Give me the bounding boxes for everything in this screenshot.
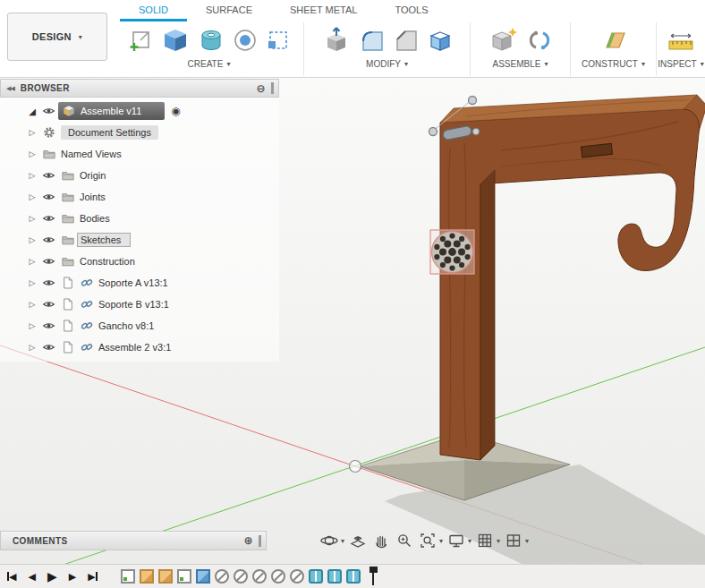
- step-forward-button[interactable]: ▶: [69, 572, 76, 582]
- pan-button[interactable]: [370, 532, 392, 550]
- browser-item-bodies[interactable]: Bodies: [77, 213, 110, 224]
- hole-feature[interactable]: [271, 569, 285, 584]
- origin-indicator[interactable]: [350, 461, 361, 473]
- caret-down-icon[interactable]: ▾: [439, 537, 443, 545]
- browser-item-gancho[interactable]: Gancho v8:1: [96, 320, 154, 331]
- 3d-viewport[interactable]: ◀◀ BROWSER ⊖ ◢ Assemble v11 ◉ ▷ Document…: [0, 77, 705, 564]
- caret-down-icon[interactable]: ▾: [497, 537, 500, 545]
- browser-item-joints[interactable]: Joints: [77, 192, 106, 202]
- add-comment-icon[interactable]: ⊕: [244, 535, 253, 546]
- browser-item-sketches[interactable]: Sketches: [77, 233, 131, 247]
- tab-tools[interactable]: TOOLS: [376, 0, 446, 21]
- component-feature[interactable]: [140, 569, 154, 584]
- joint-button[interactable]: [526, 27, 553, 54]
- visibility-eye-icon[interactable]: [39, 214, 58, 223]
- modify-menu[interactable]: MODIFY ▾: [366, 59, 408, 69]
- create-menu[interactable]: CREATE ▾: [188, 59, 231, 69]
- expand-icon[interactable]: ▷: [25, 278, 39, 287]
- visibility-eye-icon[interactable]: [39, 235, 58, 244]
- orbit-button[interactable]: [319, 532, 340, 550]
- browser-item-construction[interactable]: Construction: [77, 256, 135, 267]
- zoom-button[interactable]: [394, 532, 415, 550]
- visibility-eye-icon[interactable]: [39, 171, 58, 180]
- expand-icon[interactable]: ▷: [25, 300, 39, 309]
- expand-icon[interactable]: ▷: [25, 149, 39, 158]
- new-component-button[interactable]: [488, 25, 519, 55]
- activate-component-radio[interactable]: ◉: [171, 105, 180, 117]
- expand-icon[interactable]: ▷: [25, 257, 39, 266]
- perforated-plate[interactable]: [430, 230, 474, 274]
- hole-feature[interactable]: [252, 569, 267, 584]
- browser-item-assemble-2[interactable]: Assemble 2 v3:1: [96, 342, 171, 353]
- expand-icon[interactable]: ▷: [25, 192, 39, 201]
- construction-plane-button[interactable]: [600, 27, 627, 54]
- hole-feature[interactable]: [290, 569, 304, 584]
- viewports-button[interactable]: [503, 532, 524, 550]
- play-button[interactable]: ▶: [47, 570, 57, 583]
- browser-item-soporte-a[interactable]: Soporte A v13:1: [96, 277, 168, 288]
- shell-button[interactable]: [427, 27, 454, 54]
- extrude-feature[interactable]: [196, 569, 210, 584]
- extrude-button[interactable]: [160, 25, 191, 55]
- collapse-panel-icon[interactable]: ◀◀: [6, 85, 14, 92]
- expand-icon[interactable]: ▷: [25, 171, 39, 180]
- comments-panel[interactable]: COMMENTS ⊕: [0, 531, 267, 550]
- visibility-eye-icon[interactable]: [39, 257, 58, 266]
- component-feature[interactable]: [158, 569, 173, 584]
- fit-button[interactable]: [417, 532, 438, 550]
- browser-item-document-settings[interactable]: Document Settings: [61, 125, 158, 140]
- joint-feature[interactable]: [309, 569, 323, 584]
- expand-icon[interactable]: ▷: [25, 128, 39, 137]
- browser-item-named-views[interactable]: Named Views: [58, 149, 122, 159]
- collapse-section-icon[interactable]: ⊖: [257, 83, 266, 94]
- revolve-button[interactable]: [198, 27, 225, 54]
- visibility-eye-icon[interactable]: [39, 192, 58, 201]
- visibility-eye-icon[interactable]: [39, 343, 58, 352]
- browser-item-origin[interactable]: Origin: [77, 170, 106, 181]
- grid-layout-button[interactable]: [474, 532, 496, 550]
- visibility-eye-icon[interactable]: [39, 321, 58, 330]
- step-back-button[interactable]: ◀: [28, 572, 35, 582]
- caret-down-icon[interactable]: ▾: [341, 537, 344, 545]
- go-to-end-button[interactable]: ▶: [88, 572, 97, 582]
- joint-feature[interactable]: [346, 569, 361, 584]
- hole-feature[interactable]: [215, 569, 229, 584]
- create-sketch-button[interactable]: [128, 28, 153, 53]
- measure-button[interactable]: [667, 27, 694, 54]
- hole-feature[interactable]: [234, 569, 248, 584]
- tab-solid[interactable]: SOLID: [120, 0, 187, 21]
- timeline-playhead[interactable]: [369, 567, 378, 586]
- assemble-menu[interactable]: ASSEMBLE ▾: [493, 59, 548, 69]
- caret-down-icon[interactable]: ▾: [468, 537, 471, 545]
- press-pull-button[interactable]: [321, 25, 352, 55]
- look-at-button[interactable]: [347, 532, 369, 550]
- browser-item-assemble-v11[interactable]: Assemble v11: [58, 102, 165, 120]
- expand-icon[interactable]: ▷: [25, 235, 39, 244]
- caret-down-icon[interactable]: ▾: [525, 537, 529, 545]
- display-settings-button[interactable]: [446, 532, 467, 550]
- workspace-switcher[interactable]: DESIGN ▾: [7, 13, 107, 61]
- model-post-arm-hook[interactable]: [440, 95, 705, 460]
- chamfer-button[interactable]: [393, 27, 420, 54]
- expand-icon[interactable]: ▷: [25, 343, 39, 352]
- tab-sheet-metal[interactable]: SHEET METAL: [271, 0, 376, 21]
- joint-feature[interactable]: [327, 569, 342, 584]
- fillet-button[interactable]: [359, 27, 386, 54]
- expand-icon[interactable]: ▷: [25, 321, 39, 330]
- expand-icon[interactable]: ▷: [25, 214, 39, 223]
- browser-item-soporte-b[interactable]: Soporte B v13:1: [96, 299, 169, 310]
- visibility-eye-icon[interactable]: [39, 300, 58, 309]
- hole-button[interactable]: [232, 27, 259, 54]
- visibility-eye-icon[interactable]: [39, 278, 58, 287]
- construct-menu[interactable]: CONSTRUCT ▾: [582, 59, 645, 69]
- visibility-eye-icon[interactable]: [39, 107, 58, 115]
- tab-surface[interactable]: SURFACE: [187, 0, 271, 21]
- pattern-button[interactable]: [266, 28, 291, 53]
- panel-grip[interactable]: [259, 535, 261, 547]
- sketch-feature[interactable]: [121, 569, 135, 584]
- inspect-menu[interactable]: INSPECT ▾: [658, 59, 703, 69]
- panel-grip[interactable]: [271, 82, 274, 94]
- go-to-start-button[interactable]: ◀: [7, 572, 16, 582]
- expand-icon[interactable]: ◢: [25, 107, 39, 116]
- sketch-feature[interactable]: [177, 569, 191, 584]
